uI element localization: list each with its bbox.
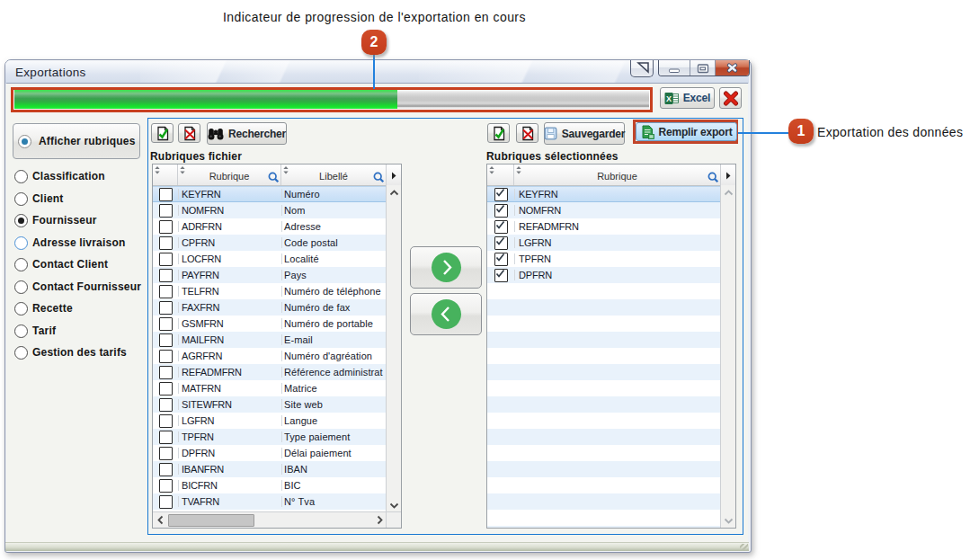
svg-text:X: X	[666, 94, 672, 103]
